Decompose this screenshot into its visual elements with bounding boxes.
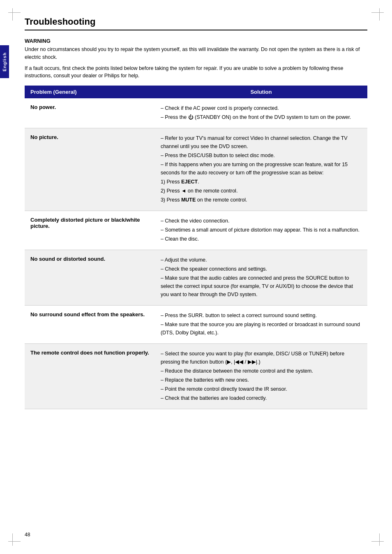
solution-cell: – Refer to your TV's manual for correct … bbox=[155, 128, 367, 211]
side-tab-label: English bbox=[2, 52, 7, 72]
corner-mark-bl-v bbox=[12, 533, 13, 546]
solution-item: – Press the SURR. button to select a cor… bbox=[161, 311, 362, 320]
solution-item: – Sometimes a small amount of picture di… bbox=[161, 226, 362, 234]
solution-item: 3) Press MUTE on the remote control. bbox=[161, 196, 362, 204]
corner-mark-tr-h bbox=[371, 12, 384, 13]
page-number: 48 bbox=[25, 532, 30, 538]
problem-cell: No picture. bbox=[25, 128, 155, 211]
page-container: English Troubleshooting WARNING Under no… bbox=[0, 0, 392, 554]
corner-mark-bl-h bbox=[8, 541, 21, 542]
problem-cell: The remote control does not function pro… bbox=[25, 344, 155, 409]
solution-item: – Check the video connection. bbox=[161, 217, 362, 225]
solution-item: – Adjust the volume. bbox=[161, 256, 362, 264]
solution-item: 1) Press EJECT. bbox=[161, 178, 362, 186]
corner-mark-tl-v bbox=[12, 8, 13, 21]
solution-item: – Point the remote control directly towa… bbox=[161, 385, 362, 393]
solution-item: – Clean the disc. bbox=[161, 235, 362, 243]
solution-item: – Press the DISC/USB button to select di… bbox=[161, 151, 362, 160]
solution-cell: – Select the source you want to play (fo… bbox=[155, 344, 367, 409]
problem-cell: Completely distorted picture or black/wh… bbox=[25, 211, 155, 250]
table-header-row: Problem (General) Solution bbox=[25, 86, 367, 98]
col-header-solution: Solution bbox=[155, 86, 367, 98]
solution-item: – Make sure that the audio cables are co… bbox=[161, 274, 362, 299]
table-row: No sound or distorted sound.– Adjust the… bbox=[25, 250, 367, 306]
corner-mark-br-h bbox=[371, 541, 384, 542]
solution-cell: – Check if the AC power cord is properly… bbox=[155, 98, 367, 128]
solution-item: – Reduce the distance between the remote… bbox=[161, 367, 362, 375]
solution-cell: – Adjust the volume.– Check the speaker … bbox=[155, 250, 367, 306]
warning-section: WARNING Under no circumstances should yo… bbox=[25, 38, 367, 80]
solution-item: – Press the ⏻ (STANDBY ON) on the front … bbox=[161, 113, 362, 121]
solution-item: – Check that the batteries are loaded co… bbox=[161, 394, 362, 402]
solution-item: – Refer to your TV's manual for correct … bbox=[161, 134, 362, 151]
table-row: No surround sound effect from the speake… bbox=[25, 306, 367, 344]
problem-cell: No power. bbox=[25, 98, 155, 128]
solution-item: – Check the speaker connections and sett… bbox=[161, 265, 362, 273]
page-title: Troubleshooting bbox=[25, 16, 367, 30]
solution-item: – Check if the AC power cord is properly… bbox=[161, 104, 362, 112]
solution-item: 2) Press ◄ on the remote control. bbox=[161, 187, 362, 195]
side-tab: English bbox=[0, 45, 9, 78]
table-row: The remote control does not function pro… bbox=[25, 344, 367, 409]
solution-cell: – Press the SURR. button to select a cor… bbox=[155, 306, 367, 344]
corner-mark-br-v bbox=[379, 533, 380, 546]
table-row: No picture.– Refer to your TV's manual f… bbox=[25, 128, 367, 211]
col-header-problem: Problem (General) bbox=[25, 86, 155, 98]
solution-cell: – Check the video connection.– Sometimes… bbox=[155, 211, 367, 250]
table-row: No power.– Check if the AC power cord is… bbox=[25, 98, 367, 128]
troubleshooting-table: Problem (General) Solution No power.– Ch… bbox=[25, 86, 367, 409]
problem-cell: No sound or distorted sound. bbox=[25, 250, 155, 306]
warning-text1: Under no circumstances should you try to… bbox=[25, 46, 367, 61]
solution-item: – Select the source you want to play (fo… bbox=[161, 350, 362, 366]
warning-label: WARNING bbox=[25, 38, 367, 44]
corner-mark-tl-h bbox=[8, 12, 21, 13]
problem-cell: No surround sound effect from the speake… bbox=[25, 306, 155, 344]
solution-item: – Replace the batteries with new ones. bbox=[161, 376, 362, 384]
solution-item: – If this happens when you are turning o… bbox=[161, 160, 362, 177]
corner-mark-tr-v bbox=[379, 8, 380, 21]
solution-item: – Make sure that the source you are play… bbox=[161, 320, 362, 337]
warning-text2: If a fault occurs, first check the point… bbox=[25, 65, 367, 80]
table-row: Completely distorted picture or black/wh… bbox=[25, 211, 367, 250]
